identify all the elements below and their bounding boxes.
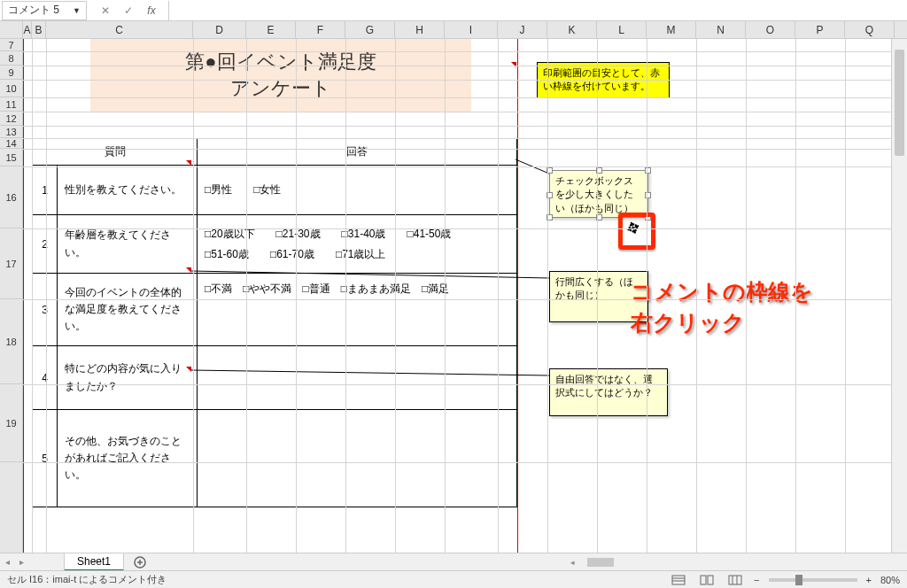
name-box[interactable]: コメント 5 ▼	[2, 1, 87, 20]
column-header[interactable]: O	[746, 21, 795, 38]
comment-indicator	[186, 267, 191, 273]
column-header[interactable]: H	[395, 21, 445, 38]
q-text: 特にどの内容が気に入りましたか？	[58, 346, 198, 410]
q-answer: □20歳以下 □21-30歳 □31-40歳 □41-50歳□51-60歳 □6…	[198, 215, 517, 274]
zoom-in-icon[interactable]: +	[866, 575, 872, 585]
normal-view-icon[interactable]	[669, 573, 688, 587]
formula-input[interactable]	[168, 1, 907, 20]
comment-indicator	[186, 367, 191, 372]
column-header[interactable]: E	[246, 21, 296, 38]
row-header[interactable]: 10	[0, 80, 23, 97]
row-header[interactable]: 15	[0, 149, 23, 166]
tab-nav-next[interactable]: ▸	[14, 557, 28, 567]
q-answer: □不満 □やや不満 □普通 □まあまあ満足 □満足	[198, 274, 517, 346]
annotation-text: コメントの枠線を 右クリック	[631, 276, 813, 338]
header-question: 質問	[33, 139, 198, 166]
comment-box[interactable]: 自由回答ではなく、選択式にしてはどうか？	[549, 368, 668, 416]
row-header[interactable]: 11	[0, 97, 23, 112]
q-answer	[198, 410, 517, 507]
zoom-thumb[interactable]	[795, 575, 802, 585]
fx-icon[interactable]: fx	[142, 2, 161, 19]
column-header[interactable]: P	[795, 21, 845, 38]
q-text: 性別を教えてください。	[58, 166, 198, 215]
header-answer: 回答	[198, 139, 517, 166]
q-answer: □男性 □女性	[198, 166, 517, 215]
comment-text: 行間広くする（ほかも同じ）	[555, 276, 633, 300]
column-header[interactable]: G	[345, 21, 395, 38]
row-header[interactable]: 19	[0, 384, 23, 462]
zoom-slider[interactable]	[769, 578, 857, 582]
column-header[interactable]: A	[23, 21, 32, 38]
column-header[interactable]: Q	[845, 21, 895, 38]
row-header[interactable]: 9	[0, 66, 23, 80]
column-header[interactable]: D	[193, 21, 246, 38]
scroll-thumb[interactable]	[895, 50, 904, 156]
red-margin-left	[23, 39, 24, 553]
row-header[interactable]	[0, 462, 23, 553]
column-header[interactable]: M	[647, 21, 696, 38]
add-sheet-button[interactable]	[131, 553, 149, 571]
q-num: 2	[33, 215, 58, 274]
status-bar: セル I16：imai-t によるコメント付き − + 80%	[0, 570, 907, 588]
name-box-value: コメント 5	[8, 3, 59, 18]
q-text: 年齢層を教えてください。	[58, 215, 198, 274]
comment-box-selected[interactable]: チェックボックスを少し大きくしたい（ほかも同じ）	[549, 170, 648, 218]
row-header[interactable]: 13	[0, 126, 23, 138]
red-margin-right	[517, 39, 518, 553]
q-text: 今回のイベントの全体的な満足度を教えてください。	[58, 274, 198, 346]
comment-text: チェックボックスを少し大きくしたい（ほかも同じ）	[555, 175, 633, 213]
column-header[interactable]: B	[32, 21, 46, 38]
column-header[interactable]: L	[597, 21, 647, 38]
horizontal-scrollbar[interactable]: ◂	[570, 556, 889, 569]
sheet-tab[interactable]: Sheet1	[64, 553, 124, 571]
column-header[interactable]: C	[46, 21, 193, 38]
column-header[interactable]: F	[296, 21, 345, 38]
q-num: 4	[33, 346, 58, 410]
title-line-1: 第●回イベント満足度	[185, 49, 376, 75]
row-header[interactable]: 8	[0, 51, 23, 66]
scroll-thumb[interactable]	[587, 558, 614, 567]
select-all-corner[interactable]	[0, 21, 23, 38]
sheet-tab-bar: ◂ ▸ Sheet1 ◂	[0, 553, 907, 570]
svg-rect-11	[729, 576, 741, 584]
survey-title: 第●回イベント満足度 アンケート	[90, 39, 471, 112]
q-text: その他、お気づきのことがあればご記入ください。	[58, 410, 198, 507]
row-header[interactable]: 18	[0, 299, 23, 384]
row-header[interactable]: 17	[0, 228, 23, 299]
chevron-down-icon: ▼	[73, 6, 81, 15]
status-text: セル I16：imai-t によるコメント付き	[7, 573, 167, 586]
cancel-formula-icon[interactable]: ✕	[96, 2, 115, 19]
q-num: 1	[33, 166, 58, 215]
accept-formula-icon[interactable]: ✓	[119, 2, 138, 19]
svg-rect-10	[708, 576, 713, 584]
row-header[interactable]: 12	[0, 112, 23, 126]
zoom-level[interactable]: 80%	[880, 575, 900, 585]
page-layout-view-icon[interactable]	[697, 573, 717, 587]
tab-nav-prev[interactable]: ◂	[0, 557, 14, 567]
zoom-out-icon[interactable]: −	[754, 575, 759, 585]
column-headers: ABCDEFGHIJKLMNOPQ	[0, 21, 907, 39]
row-header[interactable]: 16	[0, 166, 23, 228]
row-header[interactable]: 14	[0, 138, 23, 149]
comment-text: 自由回答ではなく、選択式にしてはどうか？	[555, 374, 653, 398]
comment-indicator	[511, 62, 516, 67]
column-header[interactable]: K	[547, 21, 597, 38]
vertical-scrollbar[interactable]	[891, 39, 907, 553]
row-headers: 78910111213141516171819	[0, 39, 23, 553]
column-header[interactable]: I	[445, 21, 498, 38]
q-num: 3	[33, 274, 58, 346]
column-header[interactable]: N	[696, 21, 746, 38]
comment-indicator	[186, 160, 191, 166]
svg-rect-6	[672, 576, 685, 584]
page-break-view-icon[interactable]	[725, 573, 745, 587]
q-num: 5	[33, 410, 58, 507]
column-header[interactable]: J	[498, 21, 547, 38]
row-header[interactable]: 7	[0, 39, 23, 51]
q-answer	[198, 346, 517, 410]
svg-rect-9	[701, 576, 706, 584]
